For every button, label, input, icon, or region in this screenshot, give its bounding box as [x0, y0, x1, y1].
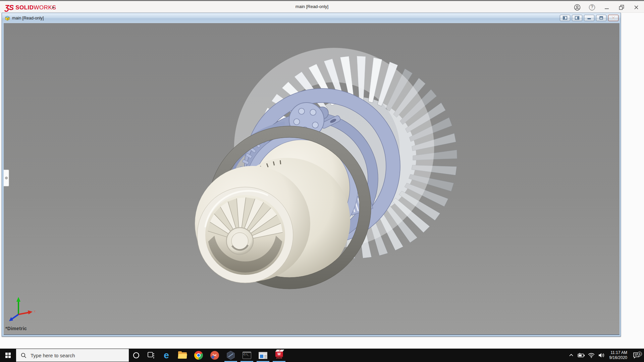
taskbar-clock[interactable]: 11:17 AM 9/16/2020	[606, 350, 629, 360]
app-window-title: main [Read-only]	[296, 4, 328, 9]
app-titlebar: ƷS SOLIDWORKS ▸ main [Read-only] ?	[0, 0, 644, 13]
edrawings-icon	[226, 351, 235, 360]
minimize-button[interactable]	[602, 3, 612, 12]
action-center-button[interactable]: 1	[629, 352, 644, 359]
task-view-icon	[147, 352, 155, 359]
tray-expand-chevron-icon[interactable]	[566, 349, 576, 362]
logo-solid: SOLID	[15, 4, 34, 11]
document-title: main [Read-only]	[12, 16, 44, 20]
solidworks-2020-icon: SW 2020	[275, 352, 283, 359]
menu-flyout-arrow-icon[interactable]: ▸	[50, 4, 56, 11]
feature-panel-collapse-tab[interactable]	[4, 170, 9, 186]
taskbar-item-solidworks[interactable]: SW 2020	[271, 349, 287, 362]
flange-bolt	[310, 109, 316, 115]
help-icon[interactable]: ?	[587, 3, 597, 12]
orientation-triad: x	[8, 295, 39, 322]
wifi-icon[interactable]	[586, 349, 596, 362]
search-icon	[21, 353, 26, 358]
doc-minimize-button[interactable]	[584, 15, 594, 21]
search-input[interactable]	[31, 353, 118, 358]
start-button[interactable]	[0, 349, 16, 362]
taskbar-item-system-window[interactable]	[255, 349, 271, 362]
restore-button[interactable]	[616, 3, 627, 12]
cortana-button[interactable]	[129, 349, 144, 362]
solidworks-logo-glyph: ƷS	[5, 3, 13, 12]
graphics-viewport[interactable]: x *Dimetric	[4, 23, 620, 335]
command-prompt-icon: C:\_	[243, 352, 251, 359]
desktop: ƷS SOLIDWORKS ▸ main [Read-only] ?	[0, 0, 644, 362]
jet-engine-model	[4, 23, 620, 335]
taskbar-item-file-explorer[interactable]	[174, 349, 191, 362]
edge-icon: e	[164, 351, 169, 360]
tray-time: 11:17 AM	[606, 350, 627, 355]
taskbar-item-chrome[interactable]	[191, 349, 207, 362]
taskbar-item-command-prompt[interactable]: C:\_	[239, 349, 255, 362]
triad-x-label: x	[34, 309, 36, 313]
show-pane-right-button[interactable]	[572, 15, 582, 21]
cortana-icon	[132, 352, 140, 359]
volume-icon[interactable]	[596, 349, 606, 362]
tray-date: 9/16/2020	[606, 355, 627, 360]
notification-badge: 1	[637, 352, 642, 356]
snipping-tool-icon: ✂	[210, 351, 219, 360]
flange-bolt	[312, 122, 318, 128]
chrome-icon	[194, 351, 203, 360]
flange-bolt	[293, 119, 300, 125]
assembly-document-icon	[4, 15, 10, 21]
document-window-controls	[560, 15, 619, 21]
doc-close-button[interactable]	[608, 15, 619, 21]
taskbar: e ✂ C:\_ SW 2020	[0, 349, 644, 362]
taskbar-item-snipping-tool[interactable]: ✂	[207, 349, 223, 362]
task-view-button[interactable]	[144, 349, 158, 362]
show-pane-left-button[interactable]	[560, 15, 570, 21]
app-window-controls: ?	[572, 2, 641, 13]
system-tray: 11:17 AM 9/16/2020 1	[566, 349, 644, 362]
flange-bolt	[299, 108, 305, 114]
view-orientation-label: *Dimetric	[5, 326, 27, 331]
close-button[interactable]	[631, 3, 641, 12]
document-titlebar[interactable]: main [Read-only]	[2, 13, 621, 23]
document-window: main [Read-only]	[2, 13, 621, 337]
system-window-icon	[259, 352, 267, 359]
windows-logo-icon	[5, 353, 11, 358]
account-icon[interactable]	[572, 3, 582, 12]
file-explorer-icon	[178, 352, 187, 359]
taskbar-search[interactable]	[16, 349, 129, 362]
solidworks-logo: ƷS SOLIDWORKS	[5, 3, 56, 12]
doc-restore-button[interactable]	[596, 15, 606, 21]
taskbar-item-edge[interactable]: e	[158, 349, 174, 362]
taskbar-item-edrawings[interactable]	[223, 349, 239, 362]
panel-tab-handle	[5, 177, 8, 179]
battery-icon[interactable]	[576, 349, 586, 362]
